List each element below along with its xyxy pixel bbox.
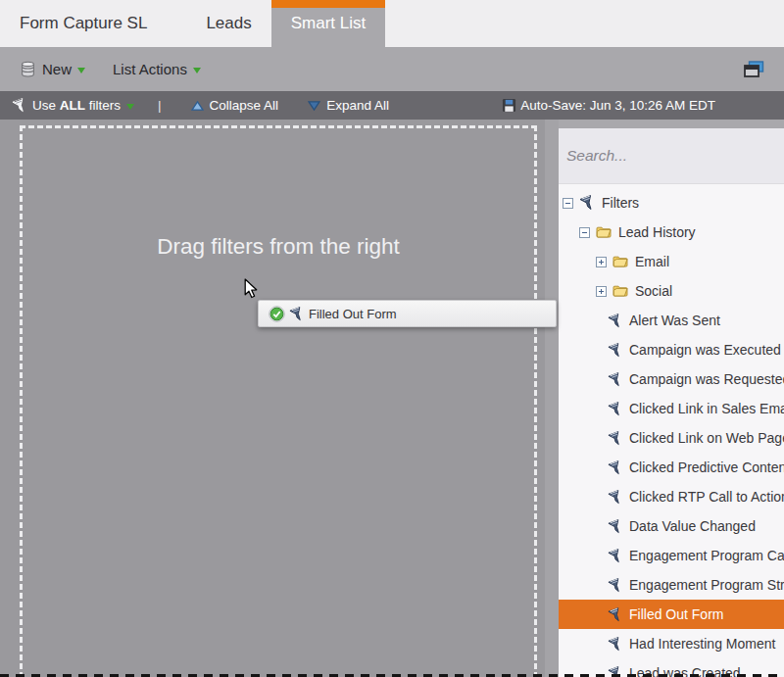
list-actions-button[interactable]: List Actions xyxy=(105,57,209,81)
tree-item-label: Social xyxy=(635,283,672,299)
dropzone-placeholder-text: Drag filters from the right xyxy=(23,234,534,260)
filters-sidebar: Filters Lead History Email Social Alert … xyxy=(559,120,784,677)
new-button[interactable]: New xyxy=(12,57,93,81)
use-all-filters-button[interactable]: Use ALL filters xyxy=(12,98,134,113)
tree-item-label: Had Interesting Moment xyxy=(629,636,775,652)
tree-item-campaign-was-executed[interactable]: Campaign was Executed xyxy=(559,335,784,364)
collapse-all-label: Collapse All xyxy=(210,98,279,113)
filter-funnel-icon xyxy=(289,307,304,321)
panel-splitter[interactable] xyxy=(545,120,559,677)
filter-funnel-icon xyxy=(608,607,622,622)
tree-item-label: Campaign was Executed xyxy=(629,342,781,358)
filter-funnel-icon xyxy=(608,314,622,328)
filter-funnel-icon xyxy=(608,578,622,593)
tree-item-social-folder[interactable]: Social xyxy=(559,276,784,306)
tree-item-filters-root[interactable]: Filters xyxy=(559,188,784,218)
tree-item-label: Clicked RTP Call to Action xyxy=(629,489,784,505)
separator: | xyxy=(158,98,162,113)
folder-icon xyxy=(612,283,628,299)
dropdown-caret-icon xyxy=(126,104,134,110)
toggle-panels-button[interactable] xyxy=(735,57,772,82)
tree-item-label: Filters xyxy=(602,195,639,211)
expand-toggle-icon[interactable] xyxy=(596,286,607,297)
filter-funnel-icon xyxy=(608,372,622,387)
folder-icon xyxy=(596,224,612,240)
tree-item-email-folder[interactable]: Email xyxy=(559,247,784,276)
filter-canvas: Drag filters from the right xyxy=(0,120,545,677)
drop-allowed-check-icon xyxy=(269,306,285,322)
tree-item-label: Email xyxy=(635,254,669,269)
toolbar: New List Actions xyxy=(0,47,784,91)
collapse-toggle-icon[interactable] xyxy=(579,227,590,238)
folder-icon xyxy=(612,254,628,269)
panels-icon xyxy=(743,61,764,78)
tree-item-clicked-link-on-web-page[interactable]: Clicked Link on Web Page xyxy=(559,423,784,453)
tree-item-filled-out-form[interactable]: Filled Out Form xyxy=(559,600,784,629)
search-input[interactable] xyxy=(566,147,776,165)
triangle-up-icon xyxy=(191,101,204,111)
tree-item-alert-was-sent[interactable]: Alert Was Sent xyxy=(559,306,784,335)
tree-item-had-interesting-moment[interactable]: Had Interesting Moment xyxy=(559,629,784,658)
collapse-all-button[interactable]: Collapse All xyxy=(191,98,279,113)
tree-item-engagement-program-cadence[interactable]: Engagement Program Cadence xyxy=(559,541,784,570)
filter-funnel-icon xyxy=(608,431,622,446)
tree-item-clicked-rtp-call-to-action[interactable]: Clicked RTP Call to Action xyxy=(559,482,784,511)
tree-item-label: Data Value Changed xyxy=(629,518,756,534)
tab-form-capture-sl[interactable]: Form Capture SL xyxy=(0,0,167,47)
tree-item-label: Lead History xyxy=(618,224,696,240)
triangle-down-icon xyxy=(308,101,320,111)
tree-item-campaign-was-requested[interactable]: Campaign was Requested xyxy=(559,364,784,394)
search-panel xyxy=(559,120,784,184)
filter-dropzone[interactable]: Drag filters from the right xyxy=(20,125,537,677)
tree-item-label: Alert Was Sent xyxy=(629,313,720,328)
tab-label: Form Capture SL xyxy=(20,14,147,33)
tab-smart-list[interactable]: Smart List xyxy=(271,0,386,47)
filter-funnel-icon xyxy=(608,490,622,505)
collapse-toggle-icon[interactable] xyxy=(563,198,573,209)
filter-funnel-icon xyxy=(608,402,622,416)
filter-action-bar: Use ALL filters | Collapse All Expand Al… xyxy=(0,91,784,120)
tree-item-label: Engagement Program Cadence xyxy=(629,548,784,563)
expand-all-label: Expand All xyxy=(326,98,389,113)
tree-item-label: Engagement Program Stream xyxy=(629,577,784,593)
tree-item-label: Clicked Link in Sales Email xyxy=(629,401,784,416)
tab-label: Smart List xyxy=(291,14,367,33)
active-tab-accent-stripe xyxy=(271,0,386,8)
tree-item-clicked-link-in-sales-email[interactable]: Clicked Link in Sales Email xyxy=(559,394,784,423)
use-filters-text: Use ALL filters xyxy=(32,98,121,113)
tree-item-data-value-changed[interactable]: Data Value Changed xyxy=(559,511,784,541)
filter-funnel-icon xyxy=(579,195,595,211)
autosave-status: Auto-Save: Jun 3, 10:26 AM EDT xyxy=(502,98,715,113)
save-icon xyxy=(502,98,516,113)
tree-item-label: Clicked Predictive Content xyxy=(629,459,784,475)
tree-item-label: Clicked Link on Web Page xyxy=(629,430,784,446)
filter-funnel-icon xyxy=(12,98,26,113)
filter-funnel-icon xyxy=(608,460,622,475)
list-actions-label: List Actions xyxy=(113,61,187,77)
tree-item-label: Filled Out Form xyxy=(629,606,723,622)
tree-item-lead-history[interactable]: Lead History xyxy=(559,218,784,247)
mouse-cursor-icon xyxy=(244,278,259,299)
tab-leads[interactable]: Leads xyxy=(186,0,270,47)
expand-all-button[interactable]: Expand All xyxy=(308,98,389,113)
filter-funnel-icon xyxy=(608,637,622,652)
new-button-label: New xyxy=(42,61,72,77)
expand-toggle-icon[interactable] xyxy=(596,257,607,267)
smart-list-app-window: Form Capture SL Leads Smart List New Lis… xyxy=(0,0,784,677)
filter-funnel-icon xyxy=(608,343,622,358)
tree-item-engagement-program-stream[interactable]: Engagement Program Stream xyxy=(559,570,784,600)
dropdown-caret-icon xyxy=(193,68,201,73)
filter-funnel-icon xyxy=(608,519,622,534)
tree-item-clicked-predictive-content[interactable]: Clicked Predictive Content xyxy=(559,453,784,482)
filter-funnel-icon xyxy=(608,549,622,563)
tab-label: Leads xyxy=(206,14,251,33)
drag-ghost-filled-out-form[interactable]: Filled Out Form xyxy=(258,300,557,327)
database-icon xyxy=(20,61,36,77)
dropdown-caret-icon xyxy=(77,68,85,73)
autosave-label: Auto-Save: Jun 3, 10:26 AM EDT xyxy=(520,98,715,113)
tab-bar: Form Capture SL Leads Smart List xyxy=(0,0,784,47)
filters-tree: Filters Lead History Email Social Alert … xyxy=(559,184,784,677)
tree-item-label: Campaign was Requested xyxy=(629,371,784,387)
drag-ghost-label: Filled Out Form xyxy=(309,307,397,321)
